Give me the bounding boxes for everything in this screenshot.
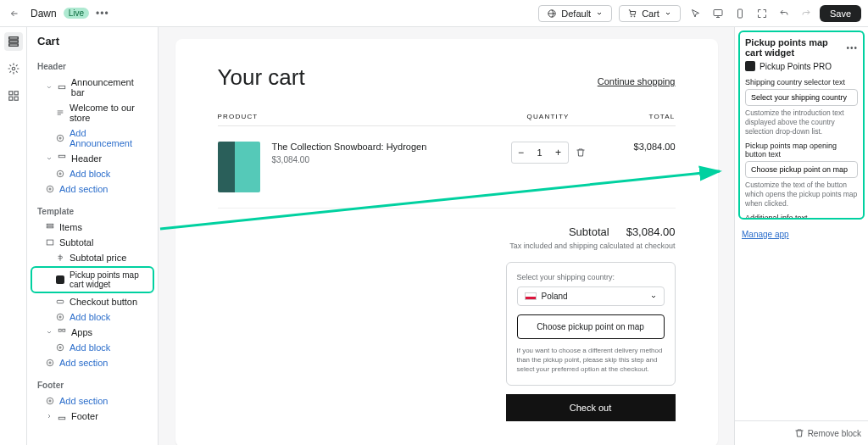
template-label: Default	[561, 8, 591, 19]
add-section-template[interactable]: Add section	[31, 355, 154, 370]
add-section-header[interactable]: Add section	[31, 181, 154, 197]
inspector-icon[interactable]	[687, 5, 704, 22]
app-icon	[745, 61, 755, 71]
pickup-map-button[interactable]: Choose pickup point on map	[517, 314, 665, 339]
qty-minus[interactable]: −	[512, 142, 531, 163]
page-selector[interactable]: Cart	[619, 5, 681, 22]
quantity-stepper[interactable]: − 1 +	[511, 142, 569, 164]
fullscreen-icon[interactable]	[754, 5, 771, 22]
group-footer: Footer	[27, 377, 158, 393]
section-header[interactable]: Header	[31, 151, 154, 166]
section-announcement-bar[interactable]: Announcement bar	[31, 75, 154, 100]
cart-title: Your cart	[218, 64, 305, 91]
settings-more-icon[interactable]: •••	[846, 43, 858, 53]
sections-tab[interactable]	[4, 32, 23, 51]
svg-rect-9	[8, 92, 12, 95]
svg-rect-20	[47, 240, 53, 245]
qty-plus[interactable]: +	[549, 142, 568, 163]
svg-rect-5	[8, 37, 18, 39]
svg-rect-3	[714, 9, 722, 15]
field-label-2: Pickup points map opening button text	[745, 142, 858, 159]
theme-name: Dawn	[31, 8, 57, 19]
col-quantity: QUANTITY	[489, 113, 608, 120]
remove-block-button[interactable]: Remove block	[735, 420, 868, 445]
app-name: Pickup Points PRO	[760, 62, 832, 71]
chevron-down-icon	[650, 293, 657, 300]
svg-rect-18	[47, 224, 53, 225]
field-help-1: Customize the introduction text displaye…	[745, 108, 858, 136]
flag-icon	[525, 292, 537, 300]
svg-rect-23	[58, 329, 61, 331]
col-product: PRODUCT	[218, 113, 489, 120]
right-panel: Pickup points map cart widget ••• Pickup…	[734, 27, 868, 445]
left-panel: Cart Header Announcement bar Welcome to …	[27, 27, 159, 445]
exit-icon[interactable]	[7, 5, 24, 22]
field-label-3: Additional info text	[745, 214, 858, 219]
svg-rect-12	[14, 97, 18, 100]
live-badge: Live	[64, 8, 89, 19]
trash-icon	[794, 428, 804, 438]
save-button[interactable]: Save	[820, 5, 861, 22]
qty-value: 1	[531, 147, 549, 158]
line-total: $3,084.00	[608, 142, 676, 152]
svg-rect-21	[57, 300, 64, 303]
svg-rect-7	[8, 44, 18, 46]
group-header: Header	[27, 58, 158, 75]
subtotal-value: $3,084.00	[626, 225, 676, 238]
add-section-footer[interactable]: Add section	[31, 393, 154, 409]
subtotal-label: Subtotal	[569, 225, 609, 238]
desktop-icon[interactable]	[709, 5, 726, 22]
country-selector[interactable]: Poland	[517, 286, 665, 306]
svg-rect-19	[47, 226, 53, 228]
shipping-text-input[interactable]	[745, 89, 858, 106]
app-block-icon	[56, 275, 64, 284]
add-block-header[interactable]: Add block	[31, 166, 154, 181]
block-subtotal-price[interactable]: Subtotal price	[31, 250, 154, 265]
template-selector[interactable]: Default	[538, 5, 612, 22]
product-price: $3,084.00	[272, 155, 489, 164]
manage-app-link[interactable]: Manage app	[735, 223, 868, 246]
product-image	[218, 142, 260, 192]
widget-country-label: Select your shipping country:	[517, 273, 665, 281]
settings-tab[interactable]	[4, 59, 23, 78]
chevron-down-icon	[596, 10, 603, 17]
undo-icon[interactable]	[776, 5, 793, 22]
field-label-1: Shipping country selector text	[745, 78, 858, 86]
mobile-icon[interactable]	[732, 5, 748, 22]
block-welcome[interactable]: Welcome to our store	[31, 100, 154, 125]
section-apps[interactable]: Apps	[31, 325, 154, 340]
svg-rect-10	[14, 92, 18, 95]
block-pickup-widget[interactable]: Pickup points map cart widget	[31, 266, 154, 293]
add-block-apps[interactable]: Add block	[31, 340, 154, 355]
apps-tab[interactable]	[4, 86, 23, 105]
svg-rect-11	[8, 97, 12, 100]
col-total: TOTAL	[608, 113, 676, 120]
svg-rect-15	[58, 155, 65, 158]
checkout-button[interactable]: Check out	[506, 394, 676, 421]
remove-item-icon[interactable]	[576, 147, 586, 158]
button-text-input[interactable]	[745, 161, 858, 178]
preview-canvas: Your cart Continue shopping PRODUCT QUAN…	[159, 27, 734, 445]
topbar: Dawn Live ••• Default Cart Save	[0, 0, 868, 27]
redo-icon[interactable]	[798, 5, 815, 22]
section-subtotal[interactable]: Subtotal	[31, 235, 154, 250]
chevron-down-icon	[665, 10, 671, 17]
group-template: Template	[27, 203, 158, 220]
continue-shopping-link[interactable]: Continue shopping	[598, 76, 676, 86]
panel-title: Cart	[27, 27, 158, 55]
field-help-2: Customize the text of the button which o…	[745, 181, 858, 209]
section-items[interactable]: Items	[31, 220, 154, 235]
svg-point-8	[12, 67, 15, 70]
cart-line-item: The Collection Snowboard: Hydrogen $3,08…	[218, 126, 676, 209]
section-footer[interactable]: Footer	[31, 409, 154, 424]
block-checkout-button[interactable]: Checkout button	[31, 294, 154, 309]
add-block-subtotal[interactable]: Add block	[31, 309, 154, 325]
icon-rail	[0, 27, 27, 445]
svg-rect-28	[58, 417, 65, 420]
more-icon[interactable]: •••	[96, 8, 109, 19]
product-name: The Collection Snowboard: Hydrogen	[272, 142, 489, 152]
svg-rect-6	[8, 41, 18, 42]
svg-rect-24	[63, 329, 65, 331]
add-announcement[interactable]: Add Announcement	[31, 125, 154, 151]
widget-info-text: If you want to choose a different delive…	[517, 346, 665, 375]
